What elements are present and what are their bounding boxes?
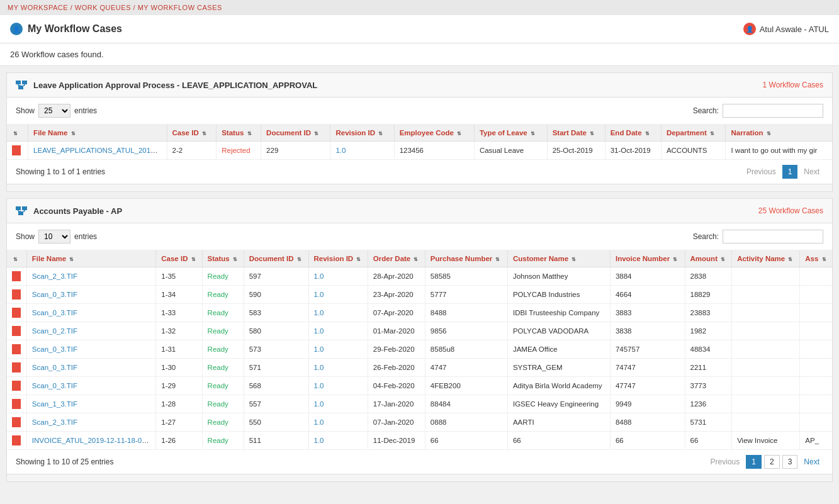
col-file-name-1[interactable]: File Name ⇅ bbox=[28, 125, 167, 142]
row-amount: 1236 bbox=[685, 395, 732, 413]
row-file-name[interactable]: Scan_0_3.TIF bbox=[26, 377, 155, 395]
row-document-id: 580 bbox=[244, 322, 308, 340]
col-document-id-2[interactable]: Document ID ⇅ bbox=[244, 250, 308, 267]
table-row[interactable]: INVOICE_ATUL_2019-12-11-18-07-48.PDF 1-2… bbox=[7, 432, 832, 450]
col-amount[interactable]: Amount ⇅ bbox=[685, 250, 732, 267]
row-purchase-number: 88484 bbox=[425, 395, 507, 413]
row-file-name[interactable]: Scan_2_3.TIF bbox=[26, 267, 155, 286]
col-revision-id-1[interactable]: Revision ID ⇅ bbox=[330, 125, 394, 142]
ap-page-2[interactable]: 2 bbox=[764, 455, 780, 469]
col-purchase-number[interactable]: Purchase Number ⇅ bbox=[425, 250, 507, 267]
table-row[interactable]: Scan_0_3.TIF 1-33 Ready 583 1.0 07-Apr-2… bbox=[7, 304, 832, 322]
breadcrumb-item-queues[interactable]: WORK QUEUES bbox=[75, 4, 131, 11]
table-row[interactable]: Scan_0_3.TIF 1-30 Ready 571 1.0 26-Feb-2… bbox=[7, 359, 832, 377]
row-order-date: 04-Feb-2020 bbox=[368, 377, 425, 395]
col-type-leave[interactable]: Type of Leave ⇅ bbox=[474, 125, 547, 142]
row-file-name[interactable]: Scan_2_3.TIF bbox=[26, 413, 155, 432]
ap-section-title: Accounts Payable - AP bbox=[33, 206, 122, 216]
show-entries-2: Show 10 25 50 100 entries bbox=[16, 230, 97, 244]
leave-approval-title: Leave Application Approval Process - LEA… bbox=[16, 79, 317, 91]
table-row[interactable]: Scan_0_2.TIF 1-32 Ready 580 1.0 01-Mar-2… bbox=[7, 322, 832, 340]
col-employee-code[interactable]: Employee Code ⇅ bbox=[394, 125, 474, 142]
workflow-icon bbox=[16, 79, 28, 91]
row-ass bbox=[800, 267, 832, 286]
leave-bottom-scrollbar[interactable] bbox=[7, 184, 832, 191]
row-activity-name bbox=[732, 286, 800, 304]
row-invoice-number: 3884 bbox=[610, 267, 685, 286]
col-invoice-number[interactable]: Invoice Number ⇅ bbox=[610, 250, 685, 267]
leave-table-container: ⇅ File Name ⇅ Case ID ⇅ Status ⇅ Documen… bbox=[7, 124, 832, 160]
ap-title: Accounts Payable - AP bbox=[16, 205, 122, 216]
col-order-date[interactable]: Order Date ⇅ bbox=[368, 250, 425, 267]
leave-page-1[interactable]: 1 bbox=[782, 165, 798, 179]
user-label: Atul Aswale - ATUL bbox=[760, 25, 829, 34]
table-row[interactable]: Scan_0_3.TIF 1-29 Ready 568 1.0 04-Feb-2… bbox=[7, 377, 832, 395]
svg-rect-0 bbox=[16, 81, 21, 84]
svg-rect-2 bbox=[18, 86, 23, 89]
col-end-date-1[interactable]: End Date ⇅ bbox=[605, 125, 661, 142]
search-input-2[interactable] bbox=[723, 230, 823, 244]
col-case-id-1[interactable]: Case ID ⇅ bbox=[167, 125, 217, 142]
row-purchase-number: 4747 bbox=[425, 359, 507, 377]
row-revision-id: 1.0 bbox=[308, 432, 368, 450]
ap-pagination: Previous 1 2 3 Next bbox=[707, 455, 823, 469]
ap-next-btn[interactable]: Next bbox=[800, 456, 823, 468]
row-purchase-number: 66 bbox=[425, 432, 507, 450]
row-invoice-number: 4664 bbox=[610, 286, 685, 304]
row-file-name[interactable]: Scan_0_3.TIF bbox=[26, 286, 155, 304]
row-file-icon bbox=[7, 286, 26, 304]
col-revision-id-2[interactable]: Revision ID ⇅ bbox=[308, 250, 368, 267]
row-customer-name: Aditya Birla World Academy bbox=[507, 377, 610, 395]
row-purchase-number: 58585 bbox=[425, 267, 507, 286]
col-document-id-1[interactable]: Document ID ⇅ bbox=[261, 125, 330, 142]
leave-approval-section-title: Leave Application Approval Process - LEA… bbox=[33, 81, 317, 90]
breadcrumb: MY WORKSPACE / WORK QUEUES / MY WORKFLOW… bbox=[0, 0, 839, 15]
table-row[interactable]: Scan_0_3.TIF 1-34 Ready 590 1.0 23-Apr-2… bbox=[7, 286, 832, 304]
breadcrumb-item-workspace[interactable]: MY WORKSPACE bbox=[8, 4, 68, 11]
ap-page-1[interactable]: 1 bbox=[746, 455, 762, 469]
table-row[interactable]: Scan_1_3.TIF 1-28 Ready 557 1.0 17-Jan-2… bbox=[7, 395, 832, 413]
row-file-name[interactable]: Scan_0_3.TIF bbox=[26, 304, 155, 322]
row-amount: 2211 bbox=[685, 359, 732, 377]
ap-page-3[interactable]: 3 bbox=[782, 455, 798, 469]
col-file-name-2[interactable]: File Name ⇅ bbox=[26, 250, 155, 267]
col-customer-name[interactable]: Customer Name ⇅ bbox=[507, 250, 610, 267]
row-employee-code: 123456 bbox=[394, 142, 474, 160]
table-row[interactable]: Scan_2_3.TIF 1-27 Ready 550 1.0 07-Jan-2… bbox=[7, 413, 832, 432]
row-file-icon bbox=[7, 142, 28, 160]
row-case-id: 1-34 bbox=[156, 286, 202, 304]
leave-table-controls: Show 25 10 50 100 entries Search: bbox=[7, 98, 832, 124]
user-icon-blue: 👤 bbox=[10, 23, 23, 35]
col-status-1[interactable]: Status ⇅ bbox=[217, 125, 261, 142]
breadcrumb-item-cases: MY WORKFLOW CASES bbox=[138, 4, 222, 11]
search-input-1[interactable] bbox=[723, 104, 823, 118]
row-file-name[interactable]: Scan_1_3.TIF bbox=[26, 395, 155, 413]
row-revision-id: 1.0 bbox=[308, 359, 368, 377]
row-customer-name: IGSEC Heavy Engineering bbox=[507, 395, 610, 413]
row-ass bbox=[800, 359, 832, 377]
col-department[interactable]: Department ⇅ bbox=[661, 125, 726, 142]
table-row[interactable]: Scan_0_3.TIF 1-31 Ready 573 1.0 29-Feb-2… bbox=[7, 340, 832, 359]
row-file-name[interactable]: LEAVE_APPLICATIONS_ATUL_2019-10-11-13-00… bbox=[28, 142, 167, 160]
row-status: Ready bbox=[202, 359, 244, 377]
table-row[interactable]: LEAVE_APPLICATIONS_ATUL_2019-10-11-13-00… bbox=[7, 142, 832, 160]
row-file-name[interactable]: INVOICE_ATUL_2019-12-11-18-07-48.PDF bbox=[26, 432, 155, 450]
ap-table: ⇅ File Name ⇅ Case ID ⇅ Status ⇅ Documen… bbox=[7, 250, 832, 450]
ap-bottom-scrollbar[interactable] bbox=[7, 474, 832, 481]
col-activity-name[interactable]: Activity Name ⇅ bbox=[732, 250, 800, 267]
col-status-2[interactable]: Status ⇅ bbox=[202, 250, 244, 267]
row-file-name[interactable]: Scan_0_3.TIF bbox=[26, 359, 155, 377]
table-row[interactable]: Scan_2_3.TIF 1-35 Ready 597 1.0 28-Apr-2… bbox=[7, 267, 832, 286]
entries-select-1[interactable]: 25 10 50 100 bbox=[38, 104, 70, 118]
ap-showing-text: Showing 1 to 10 of 25 entries bbox=[16, 457, 113, 466]
row-file-name[interactable]: Scan_0_3.TIF bbox=[26, 340, 155, 359]
col-case-id-2[interactable]: Case ID ⇅ bbox=[156, 250, 202, 267]
row-file-name[interactable]: Scan_0_2.TIF bbox=[26, 322, 155, 340]
col-ass[interactable]: Ass ⇅ bbox=[800, 250, 832, 267]
row-case-id: 1-32 bbox=[156, 322, 202, 340]
entries-select-2[interactable]: 10 25 50 100 bbox=[38, 230, 70, 244]
col-start-date-1[interactable]: Start Date ⇅ bbox=[547, 125, 605, 142]
row-invoice-number: 3883 bbox=[610, 304, 685, 322]
row-document-id: 573 bbox=[244, 340, 308, 359]
col-narration[interactable]: Narration ⇅ bbox=[726, 125, 832, 142]
